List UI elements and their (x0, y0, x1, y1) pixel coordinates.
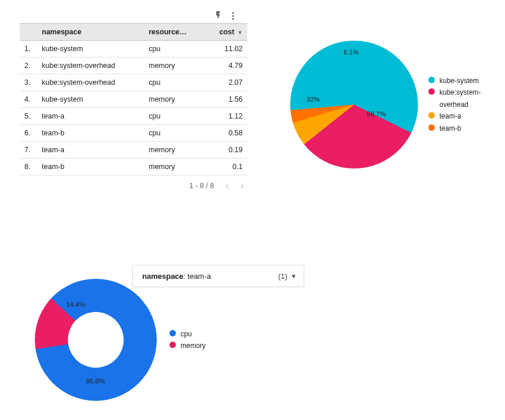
legend-swatch (428, 88, 435, 95)
legend-label: kube-system (439, 75, 479, 87)
row-resource: memory (144, 58, 205, 74)
row-resource: memory (144, 142, 205, 159)
legend-swatch (428, 77, 435, 83)
row-namespace: team-a (37, 142, 144, 159)
legend-swatch (169, 342, 176, 348)
pager: 1 - 8 / 8 ‹ › (20, 175, 247, 192)
row-namespace: kube:system-overhead (37, 58, 144, 74)
pie-slice-label-3: 6.1% (344, 49, 359, 56)
row-namespace: kube:system-overhead (37, 74, 144, 91)
row-index: 6. (20, 125, 37, 142)
row-namespace: team-b (37, 159, 144, 175)
row-resource: cpu (144, 41, 205, 58)
pie-slice-label-2: 32% (306, 96, 320, 103)
filter-count: (1) (278, 272, 287, 281)
row-cost: 0.19 (205, 142, 247, 159)
table-row[interactable]: 1.kube-systemcpu11.02 (20, 41, 247, 58)
col-cost-label: cost (219, 28, 235, 36)
sort-desc-icon: ▼ (237, 30, 243, 35)
pager-prev-icon[interactable]: ‹ (226, 180, 229, 192)
table-row[interactable]: 2.kube:system-overheadmemory4.79 (20, 58, 247, 74)
table-row[interactable]: 7.team-amemory0.19 (20, 142, 247, 159)
row-resource: cpu (144, 74, 205, 91)
namespace-pie-chart: 58.7% 32% 6.1% kube-systemkube:system-ov… (290, 41, 492, 168)
legend-swatch (428, 112, 435, 119)
legend-swatch (428, 124, 435, 131)
table-header-row: namespace resource… cost ▼ (20, 24, 247, 41)
pie-slice-label-1: 58.7% (367, 110, 386, 117)
filter-count-wrap: (1) ▼ (278, 272, 297, 281)
row-cost: 0.58 (205, 125, 247, 142)
row-namespace: kube-system (37, 41, 144, 58)
donut-graphic[interactable]: 85.6% 14.4% (35, 279, 157, 401)
legend-label: team-b (439, 123, 461, 134)
row-resource: cpu (144, 125, 205, 142)
row-namespace: kube-system (37, 91, 144, 108)
row-index: 3. (20, 74, 37, 91)
legend-label: memory (181, 340, 205, 351)
table-row[interactable]: 4.kube-systemmemory1.56 (20, 91, 247, 108)
row-cost: 0.1 (205, 159, 247, 175)
row-index: 1. (20, 41, 37, 58)
legend-swatch (169, 330, 176, 336)
table-row[interactable]: 3.kube:system-overheadcpu2.07 (20, 74, 247, 91)
table-row[interactable]: 8.team-bmemory0.1 (20, 159, 247, 175)
legend-item[interactable]: kube:system-overhead (428, 87, 492, 110)
row-index: 7. (20, 142, 37, 159)
row-namespace: team-a (37, 108, 144, 125)
row-resource: memory (144, 91, 205, 108)
resource-donut-chart: 85.6% 14.4% cpumemory (35, 279, 205, 401)
row-cost: 1.56 (205, 91, 247, 108)
col-resource[interactable]: resource… (144, 24, 205, 41)
legend-item[interactable]: memory (169, 340, 205, 351)
legend-label: kube:system-overhead (439, 87, 492, 110)
legend-item[interactable]: team-b (428, 123, 492, 134)
legend-label: team-a (439, 110, 461, 122)
row-resource: cpu (144, 108, 205, 125)
donut-slice-label-1: 85.6% (86, 378, 105, 385)
chevron-down-icon: ▼ (291, 273, 297, 279)
row-cost: 1.12 (205, 108, 247, 125)
row-cost: 4.79 (205, 58, 247, 74)
legend-item[interactable]: cpu (169, 328, 205, 340)
col-cost[interactable]: cost ▼ (205, 24, 247, 41)
col-index[interactable] (20, 24, 37, 41)
row-index: 8. (20, 159, 37, 175)
row-cost: 11.02 (205, 41, 247, 58)
table-row[interactable]: 6.team-bcpu0.58 (20, 125, 247, 142)
donut-legend: cpumemory (169, 328, 205, 352)
col-namespace[interactable]: namespace (37, 24, 144, 41)
row-index: 2. (20, 58, 37, 74)
legend-item[interactable]: team-a (428, 110, 492, 122)
legend-item[interactable]: kube-system (428, 75, 492, 87)
row-resource: memory (144, 159, 205, 175)
lightning-icon[interactable] (214, 10, 223, 21)
more-menu-icon[interactable] (231, 11, 235, 21)
row-index: 5. (20, 108, 37, 125)
row-cost: 2.07 (205, 74, 247, 91)
pager-next-icon[interactable]: › (240, 180, 244, 192)
pager-range: 1 - 8 / 8 (189, 182, 214, 190)
legend-label: cpu (181, 328, 192, 340)
pie-graphic[interactable]: 58.7% 32% 6.1% (290, 41, 418, 168)
row-index: 4. (20, 91, 37, 108)
table-row[interactable]: 5.team-acpu1.12 (20, 108, 247, 125)
donut-slice-label-2: 14.4% (66, 301, 85, 308)
row-namespace: team-b (37, 125, 144, 142)
pie-legend: kube-systemkube:system-overheadteam-atea… (428, 75, 492, 134)
cost-table: namespace resource… cost ▼ 1.kube-system… (20, 23, 247, 192)
